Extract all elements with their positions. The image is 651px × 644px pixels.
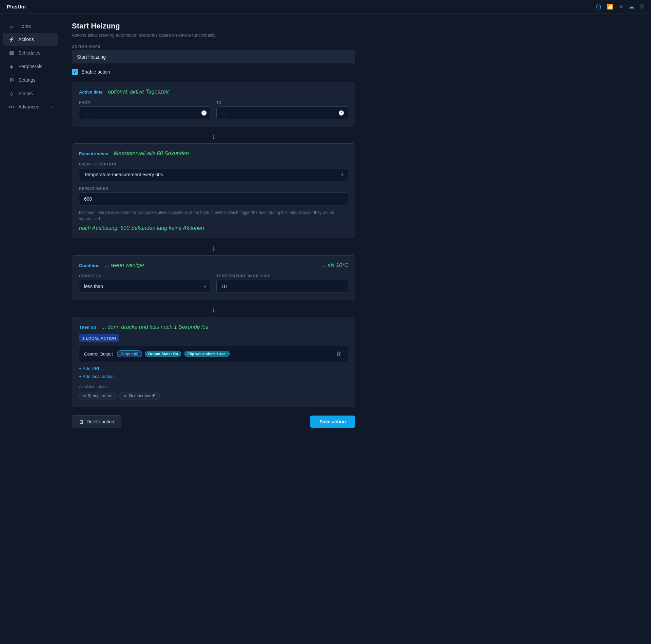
action-name-input[interactable]: [72, 51, 355, 63]
execute-when-card: Execute when Messintervall alle 60 Sekun…: [72, 143, 355, 238]
token-icon-1: ⧉: [83, 394, 86, 398]
page-subtitle: Actions allow creating automation scenar…: [72, 33, 355, 38]
home-icon: ⌂: [8, 23, 15, 29]
sidebar: ⌂ Home ⚡ Actions ▦ Schedules ◈ Periphera…: [0, 14, 61, 644]
delete-icon: 🗑: [79, 419, 84, 424]
to-label: TO: [216, 100, 348, 104]
execute-when-annotation: Messintervall alle 60 Sekunden: [114, 150, 189, 157]
sidebar-label-settings: Settings: [18, 77, 36, 83]
app-title: PlusUni: [7, 4, 26, 9]
arrow-1: ↓: [72, 129, 355, 143]
active-time-card: Active time optional: aktive Tageszeit F…: [72, 82, 355, 126]
sidebar-label-peripherals: Peripherals: [18, 64, 42, 69]
repeat-when-label: REPEAT WHEN: [79, 186, 348, 190]
main-content: Start Heizung Actions allow creating aut…: [61, 14, 366, 644]
topbar: PlusUni (·) 📶 ⨯ ☁ ☉: [0, 0, 651, 14]
arrow-2: ↓: [72, 241, 355, 255]
condition-card: Condition ... wenn weniger ... als 10°C …: [72, 255, 355, 300]
local-action-row: Control Output Output (0) Output State: …: [79, 346, 348, 362]
token-chip-temperature: ⧉ $temperature: [79, 392, 117, 400]
condition-label: CONDITION: [79, 274, 211, 278]
then-do-card: Then do ... dann drücke und lass nach 1 …: [72, 317, 355, 407]
then-do-annotation: ... dann drücke und lass nach 1 Sekunde …: [102, 324, 209, 330]
available-tokens-label: Available tokens: [79, 384, 348, 389]
save-label: Save action: [319, 419, 346, 424]
then-do-title: Then do: [79, 325, 96, 330]
execute-when-title: Execute when: [79, 151, 108, 156]
rss-icon: ☉: [639, 3, 644, 10]
from-label: FROM: [79, 100, 211, 104]
topbar-icons: (·) 📶 ⨯ ☁ ☉: [596, 3, 644, 10]
clock-icon-to: 🕐: [338, 110, 344, 116]
page-title: Start Heizung: [72, 22, 355, 31]
clock-icon-from: 🕐: [201, 110, 207, 116]
actions-icon: ⚡: [8, 36, 15, 42]
add-url-link[interactable]: + Add URL: [79, 366, 348, 371]
bottom-actions: 🗑 Delete action Save action: [72, 415, 355, 428]
action-name-label: ACTION NAME: [72, 44, 355, 48]
local-action-badge: 1 LOCAL ACTION: [79, 334, 119, 342]
condition-annotation-right: ... als 10°C: [322, 262, 348, 268]
sidebar-label-home: Home: [18, 23, 31, 29]
token-chip-temperaturef: ⧉ $temperatureF: [119, 392, 160, 400]
sidebar-item-scripts[interactable]: ◇ Scripts: [3, 87, 58, 100]
advanced-icon: </>: [8, 104, 15, 109]
annotation2: nach Auslösung: 600 Sekunden lang keine …: [79, 225, 204, 231]
signal-icon: (·): [596, 4, 601, 10]
cloud-icon: ☁: [629, 3, 634, 10]
active-time-title: Active time: [79, 89, 102, 95]
condition-annotation-left: ... wenn weniger: [105, 262, 145, 268]
delete-action-row-button[interactable]: 🗑: [335, 349, 343, 358]
repeat-when-input[interactable]: [79, 193, 348, 205]
temperature-label: TEMPERATURE IN CELSIUS: [216, 274, 348, 278]
enable-action-row[interactable]: ✓ Enable action: [72, 69, 355, 75]
action-row-label: Control Output: [84, 351, 113, 357]
sidebar-label-advanced: Advanced: [18, 104, 39, 109]
action-name-section: ACTION NAME: [72, 44, 355, 63]
schedules-icon: ▦: [8, 50, 15, 56]
active-time-annotation: optional: aktive Tageszeit: [108, 89, 169, 95]
save-action-button[interactable]: Save action: [310, 416, 355, 428]
add-local-action-link[interactable]: + Add local action: [79, 374, 348, 379]
peripherals-icon: ◈: [8, 63, 15, 69]
chevron-right-icon: ›: [51, 104, 53, 109]
event-condition-select[interactable]: Temperature measurement every 60s Temper…: [79, 168, 348, 181]
from-time-input[interactable]: [79, 106, 211, 119]
arrow-3: ↓: [72, 303, 355, 317]
condition-title: Condition: [79, 263, 100, 268]
page-header: Start Heizung Actions allow creating aut…: [72, 22, 355, 38]
enable-action-checkbox[interactable]: ✓: [72, 69, 78, 75]
delete-label: Delete action: [86, 419, 114, 424]
sidebar-label-scripts: Scripts: [18, 91, 33, 96]
sidebar-item-advanced[interactable]: </> Advanced ›: [3, 101, 58, 113]
badge-output-state: Output State: On: [145, 351, 181, 357]
checkmark-icon: ✓: [73, 69, 77, 74]
sidebar-item-peripherals[interactable]: ◈ Peripherals: [3, 60, 58, 73]
condition-select[interactable]: less than greater than equal to not equa…: [79, 280, 211, 293]
sidebar-item-settings[interactable]: ⚙ Settings: [3, 74, 58, 86]
delete-action-button[interactable]: 🗑 Delete action: [72, 415, 121, 428]
repeat-note: Minimum interval in seconds for two cons…: [79, 209, 348, 222]
token-chips: ⧉ $temperature ⧉ $temperatureF: [79, 392, 348, 400]
sidebar-item-home[interactable]: ⌂ Home: [3, 20, 58, 32]
sidebar-item-actions[interactable]: ⚡ Actions: [3, 33, 58, 46]
token-icon-2: ⧉: [124, 394, 126, 398]
badge-flip: Flip value after: 1 sec.: [184, 351, 230, 357]
bluetooth-icon: ⨯: [619, 3, 623, 10]
settings-icon: ⚙: [8, 77, 15, 83]
sidebar-item-schedules[interactable]: ▦ Schedules: [3, 46, 58, 59]
scripts-icon: ◇: [8, 90, 15, 97]
temperature-input[interactable]: [216, 280, 348, 293]
to-time-input[interactable]: [216, 106, 348, 119]
sidebar-label-schedules: Schedules: [18, 50, 40, 56]
badge-output: Output (0): [117, 350, 142, 357]
enable-action-label: Enable action: [81, 69, 110, 75]
wifi-icon: 📶: [607, 3, 613, 10]
event-condition-label: EVENT CONDITION: [79, 162, 348, 166]
sidebar-label-actions: Actions: [18, 37, 34, 42]
